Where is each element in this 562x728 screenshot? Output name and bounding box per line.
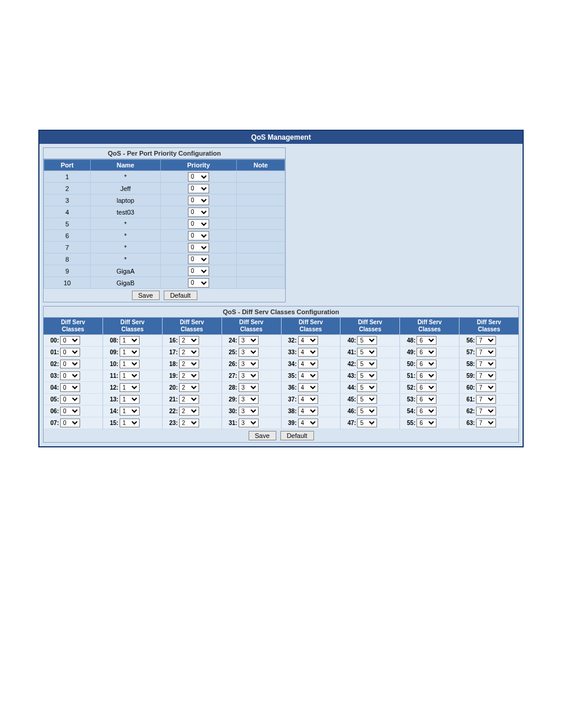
- diff-row: 57:01234567: [459, 347, 518, 358]
- diff-column: Diff ServClasses16:0123456717:0123456718…: [163, 318, 222, 429]
- port-priority-select[interactable]: 01234567: [188, 278, 209, 288]
- diff-class-select[interactable]: 01234567: [120, 371, 140, 380]
- port-priority-select[interactable]: 01234567: [188, 231, 209, 241]
- diff-row: 63:01234567: [459, 417, 518, 429]
- diff-class-select[interactable]: 01234567: [416, 336, 437, 345]
- diff-row: 20:01234567: [163, 382, 222, 394]
- diff-class-select[interactable]: 01234567: [298, 383, 318, 392]
- diff-class-select[interactable]: 01234567: [416, 360, 437, 368]
- port-priority-select[interactable]: 01234567: [188, 243, 209, 252]
- diff-class-select[interactable]: 01234567: [357, 360, 377, 368]
- diff-class-select[interactable]: 01234567: [298, 360, 318, 368]
- diff-class-select[interactable]: 01234567: [476, 407, 496, 416]
- diff-class-select[interactable]: 01234567: [357, 419, 377, 427]
- diff-row: 38:01234567: [282, 406, 340, 417]
- diff-class-select[interactable]: 01234567: [476, 348, 496, 357]
- diff-class-select[interactable]: 01234567: [476, 360, 496, 368]
- diff-class-select[interactable]: 01234567: [298, 371, 318, 380]
- diff-class-select[interactable]: 01234567: [239, 419, 259, 427]
- diff-class-select[interactable]: 01234567: [60, 360, 80, 368]
- diff-class-select[interactable]: 01234567: [298, 419, 318, 427]
- port-note: [237, 183, 285, 195]
- diff-row: 00:01234567: [44, 335, 103, 347]
- diff-class-select[interactable]: 01234567: [476, 336, 496, 345]
- diff-class-select[interactable]: 01234567: [179, 371, 199, 380]
- diff-class-select[interactable]: 01234567: [416, 395, 437, 404]
- diff-row: 24:01234567: [222, 335, 281, 347]
- diff-row: 56:01234567: [459, 335, 518, 347]
- diff-class-select[interactable]: 01234567: [416, 419, 437, 427]
- diff-index-label: 44:: [343, 384, 356, 391]
- diff-class-select[interactable]: 01234567: [476, 419, 496, 427]
- diff-class-select[interactable]: 01234567: [357, 395, 377, 404]
- diff-class-select[interactable]: 01234567: [357, 407, 377, 416]
- diff-class-select[interactable]: 01234567: [60, 348, 80, 357]
- diff-class-select[interactable]: 01234567: [179, 419, 199, 427]
- diff-class-select[interactable]: 01234567: [120, 419, 140, 427]
- diff-class-select[interactable]: 01234567: [416, 383, 437, 392]
- diff-class-select[interactable]: 01234567: [239, 336, 259, 345]
- port-priority-select[interactable]: 01234567: [188, 196, 209, 205]
- port-name: *: [91, 242, 161, 253]
- port-priority-cell: 01234567: [161, 265, 237, 277]
- diff-class-select[interactable]: 01234567: [476, 371, 496, 380]
- diff-class-select[interactable]: 01234567: [239, 348, 259, 357]
- diff-class-select[interactable]: 01234567: [416, 348, 437, 357]
- diff-class-select[interactable]: 01234567: [120, 395, 140, 404]
- diff-class-select[interactable]: 01234567: [239, 360, 259, 368]
- port-priority-select[interactable]: 01234567: [188, 184, 209, 193]
- port-priority-select[interactable]: 01234567: [188, 219, 209, 229]
- port-note: [237, 277, 285, 289]
- diff-class-select[interactable]: 01234567: [60, 336, 80, 345]
- diff-row: 39:01234567: [282, 417, 340, 429]
- diff-class-select[interactable]: 01234567: [60, 419, 80, 427]
- diff-class-select[interactable]: 01234567: [239, 371, 259, 380]
- diff-class-select[interactable]: 01234567: [120, 360, 140, 368]
- diff-save-button[interactable]: Save: [249, 431, 276, 440]
- port-note: [237, 242, 285, 253]
- port-save-button[interactable]: Save: [132, 291, 160, 300]
- diff-class-select[interactable]: 01234567: [476, 395, 496, 404]
- diff-class-select[interactable]: 01234567: [60, 371, 80, 380]
- diff-class-select[interactable]: 01234567: [60, 383, 80, 392]
- diff-class-select[interactable]: 01234567: [298, 395, 318, 404]
- diff-default-button[interactable]: Default: [280, 431, 314, 440]
- diff-index-label: 09:: [105, 349, 118, 355]
- diff-class-select[interactable]: 01234567: [298, 348, 318, 357]
- diff-class-select[interactable]: 01234567: [120, 336, 140, 345]
- diff-class-select[interactable]: 01234567: [179, 383, 199, 392]
- diff-class-select[interactable]: 01234567: [120, 407, 140, 416]
- diff-index-label: 12:: [105, 384, 118, 391]
- diff-class-select[interactable]: 01234567: [416, 371, 437, 380]
- port-default-button[interactable]: Default: [164, 291, 197, 300]
- diff-class-select[interactable]: 01234567: [357, 383, 377, 392]
- diff-class-select[interactable]: 01234567: [239, 383, 259, 392]
- diff-class-select[interactable]: 01234567: [239, 395, 259, 404]
- diff-class-select[interactable]: 01234567: [179, 395, 199, 404]
- diff-class-select[interactable]: 01234567: [60, 395, 80, 404]
- diff-class-select[interactable]: 01234567: [179, 360, 199, 368]
- port-priority-select[interactable]: 01234567: [188, 266, 209, 276]
- diff-row: 25:01234567: [222, 347, 281, 358]
- diff-index-label: 60:: [462, 384, 475, 391]
- diff-class-select[interactable]: 01234567: [60, 407, 80, 416]
- diff-class-select[interactable]: 01234567: [298, 336, 318, 345]
- diff-class-select[interactable]: 01234567: [357, 348, 377, 357]
- diff-class-select[interactable]: 01234567: [120, 383, 140, 392]
- diff-class-select[interactable]: 01234567: [239, 407, 259, 416]
- diff-class-select[interactable]: 01234567: [179, 407, 199, 416]
- diff-class-select[interactable]: 01234567: [120, 348, 140, 357]
- diff-class-select[interactable]: 01234567: [179, 336, 199, 345]
- diff-row: 32:01234567: [282, 335, 340, 347]
- diff-class-select[interactable]: 01234567: [476, 383, 496, 392]
- diff-class-select[interactable]: 01234567: [357, 336, 377, 345]
- diff-class-select[interactable]: 01234567: [179, 348, 199, 357]
- diff-class-select[interactable]: 01234567: [298, 407, 318, 416]
- diff-class-select[interactable]: 01234567: [357, 371, 377, 380]
- port-priority-select[interactable]: 01234567: [188, 172, 209, 182]
- port-priority-select[interactable]: 01234567: [188, 255, 209, 264]
- port-priority-select[interactable]: 01234567: [188, 207, 209, 217]
- diff-row: 07:01234567: [44, 417, 103, 429]
- diff-row: 18:01234567: [163, 358, 222, 370]
- diff-class-select[interactable]: 01234567: [416, 407, 437, 416]
